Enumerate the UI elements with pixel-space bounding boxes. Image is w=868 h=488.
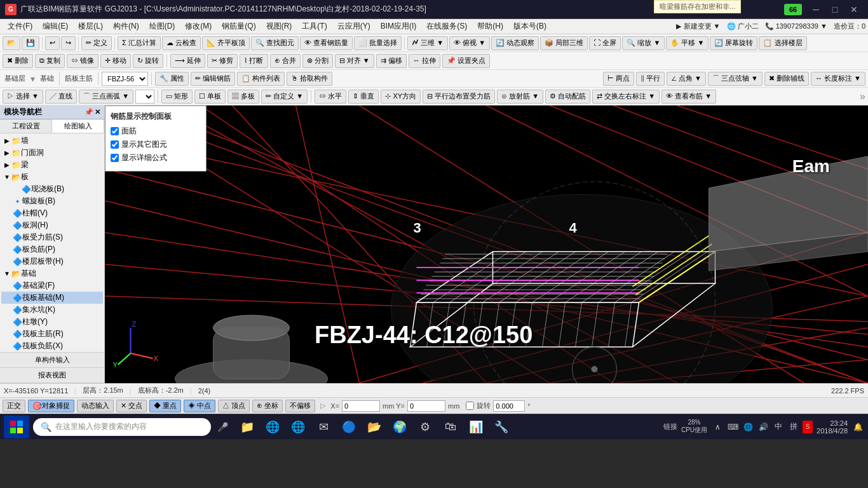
toolbar-trim-btn[interactable]: ✂ 修剪 — [207, 54, 238, 68]
tree-node-pedestal[interactable]: 🔷 柱墩(Y) — [1, 316, 103, 328]
toolbar-properties-btn[interactable]: 🔧 属性 — [155, 72, 189, 86]
toolbar-offset-btn[interactable]: ⇉ 偏移 — [376, 54, 407, 68]
toolbar-arc-btn[interactable]: ⌒ 三点画弧 ▼ — [79, 90, 133, 104]
toolbar-pick-component-btn[interactable]: 🖱 拾取构件 — [287, 72, 332, 86]
single-component-input-btn[interactable]: 单构件输入 — [0, 353, 104, 368]
cloud-assistant[interactable]: 🌐 广小二 — [727, 22, 759, 31]
viewport[interactable]: 3 4 A1 Z X Y 钢筋显示控制面板 面筋 — [105, 105, 868, 383]
tab-project-settings[interactable]: 工程设置 — [0, 119, 52, 133]
taskbar-icon-app2[interactable]: 🔧 — [491, 417, 512, 437]
toolbar-two-point-btn[interactable]: ⊢ 两点 — [603, 72, 634, 86]
toolbar-mirror-btn[interactable]: ⇔ 镜像 — [67, 54, 98, 68]
rotate-input[interactable] — [493, 400, 525, 412]
menu-bim[interactable]: BIM应用(I) — [376, 20, 422, 33]
menu-help[interactable]: 帮助(H) — [472, 20, 508, 33]
expand-slab[interactable]: ▼ — [3, 173, 11, 182]
tree-node-raft-neg[interactable]: 🔷 筏板负筋(X) — [1, 340, 103, 352]
maximize-button[interactable]: □ — [826, 3, 844, 17]
tree-node-raft[interactable]: 🔷 筏板基础(M) — [1, 292, 103, 304]
toolbar-check-layout-btn[interactable]: 👁 查看布筋 ▼ — [661, 90, 716, 104]
toolbar-redo-btn[interactable]: ↪ — [61, 36, 76, 50]
tree-node-pit[interactable]: 🔷 集水坑(K) — [1, 304, 103, 316]
tray-pinyin-icon[interactable]: 拼 — [787, 421, 800, 433]
toolbar-exchange-lr-btn[interactable]: ⇄ 交换左右标注 ▼ — [592, 90, 660, 104]
fp-check-other[interactable] — [111, 140, 119, 149]
taskbar-icon-explorer[interactable]: 📁 — [237, 417, 257, 437]
tray-notification-icon[interactable]: 🔔 — [851, 421, 864, 433]
tab-draw-input[interactable]: 绘图输入 — [52, 119, 104, 133]
toolbar-break-btn[interactable]: ⌇ 打断 — [240, 54, 268, 68]
taskbar-icon-settings[interactable]: ⚙ — [415, 417, 435, 437]
menu-edit[interactable]: 编辑(E) — [37, 20, 73, 33]
toolbar-three-arc-btn[interactable]: ⌒ 三点弦轴 ▼ — [708, 72, 763, 86]
toolbar-parallel-rebar-btn[interactable]: ⊟ 平行边布置受力筋 — [423, 90, 495, 104]
toolbar-copy-btn[interactable]: ⧉ 复制 — [35, 54, 65, 68]
y-input[interactable] — [407, 400, 445, 412]
toolbar-save-btn[interactable]: 💾 — [22, 36, 39, 50]
tree-node-raft-rebar[interactable]: 🔷 筏板主筋(R) — [1, 328, 103, 340]
toolbar-fullscreen-btn[interactable]: ⛶ 全屏 — [589, 36, 621, 50]
toolbar-select-floor-btn[interactable]: 📋 选择楼层 — [759, 36, 806, 50]
tree-node-slab[interactable]: ▼ 📂 板 — [1, 171, 103, 183]
start-button[interactable] — [4, 416, 29, 438]
toolbar-define-btn[interactable]: ✏ 定义 — [81, 36, 112, 50]
tree-node-spiral-slab[interactable]: 🔹 螺旋板(B) — [1, 195, 103, 207]
toolbar-line-btn[interactable]: ╱ 直线 — [45, 90, 77, 104]
tray-volume-icon[interactable]: 🔊 — [757, 421, 770, 433]
toolbar-find-btn[interactable]: 🔍 查找图元 — [251, 36, 299, 50]
snap-dynamic-btn[interactable]: 动态输入 — [77, 400, 114, 412]
panel-pin-btn[interactable]: 📌 — [85, 108, 93, 116]
rebar-code-select[interactable]: FBZJ-56 — [102, 72, 148, 86]
tree-node-wall[interactable]: ▶ 📁 墙 — [1, 135, 103, 147]
toolbar-3d-btn[interactable]: 🗲 三维 ▼ — [407, 36, 448, 50]
taskbar-icon-chrome[interactable]: 🔵 — [339, 417, 359, 437]
expand-wall[interactable]: ▶ — [3, 137, 11, 146]
taskbar-mic-icon[interactable]: 🎤 — [217, 422, 228, 432]
tree-node-door[interactable]: ▶ 📁 门面洞 — [1, 147, 103, 159]
snap-orthogonal-btn[interactable]: 正交 — [3, 400, 25, 412]
menu-file[interactable]: 文件(F) — [3, 20, 37, 33]
snap-center-btn[interactable]: ◈ 中点 — [184, 400, 215, 412]
phone-number[interactable]: 📞 13907298339 ▼ — [765, 22, 827, 30]
fp-checkbox-detail[interactable]: 显示详细公式 — [111, 152, 201, 163]
tree-node-cast-slab[interactable]: 🔷 现浇板(B) — [1, 183, 103, 195]
toolbar-check-rebar-btn[interactable]: 👁 查看钢筋量 — [300, 36, 353, 50]
taskbar-icon-store[interactable]: 🛍 — [440, 417, 461, 437]
toolbar-flatten-btn[interactable]: 📐 齐平板顶 — [202, 36, 250, 50]
toolbar-batch-select-btn[interactable]: ⬜ 批量选择 — [354, 36, 402, 50]
x-input[interactable] — [342, 400, 380, 412]
taskbar-icon-browser[interactable]: 🌍 — [390, 417, 410, 437]
expand-door[interactable]: ▶ — [3, 149, 11, 158]
taskbar-icon-mail[interactable]: ✉ — [313, 417, 334, 437]
clock[interactable]: 23:24 2018/4/28 — [817, 419, 848, 435]
menu-version[interactable]: 版本号(B) — [508, 20, 552, 33]
toolbar-rotate2-btn[interactable]: ↻ 旋转 — [133, 54, 163, 68]
menu-online[interactable]: 在线服务(S) — [421, 20, 472, 33]
toolbar-rotate-btn[interactable]: 🔄 屏幕旋转 — [710, 36, 757, 50]
tree-node-beam[interactable]: ▶ 📁 梁 — [1, 159, 103, 171]
menu-view[interactable]: 视图(R) — [261, 20, 297, 33]
tree-node-found-beam[interactable]: 🔷 基础梁(F) — [1, 280, 103, 292]
toolbar-xy-dir-btn[interactable]: ⊹ XY方向 — [381, 90, 421, 104]
fp-check-detail[interactable] — [111, 154, 119, 162]
tree-node-foundation[interactable]: ▼ 📂 基础 — [1, 268, 103, 280]
tray-keyboard-icon[interactable]: ⌨ — [726, 421, 739, 433]
price-bean[interactable]: 造价豆：0 — [834, 22, 865, 31]
close-button[interactable]: ✕ — [845, 3, 863, 17]
snap-midpoint-btn[interactable]: ◆ 重点 — [149, 400, 181, 412]
toolbar-del-aux-btn[interactable]: ✖ 删除辅线 — [764, 72, 809, 86]
toolbar-parallel-btn[interactable]: ∥ 平行 — [636, 72, 665, 86]
panel-close-btn[interactable]: ✕ — [95, 108, 100, 116]
menu-component[interactable]: 构件(N) — [108, 20, 144, 33]
toolbar-auto-config-btn[interactable]: ⚙ 自动配筋 — [545, 90, 590, 104]
draw-shape-select[interactable] — [135, 90, 154, 104]
toolbar-zoom-out-btn[interactable]: 🔍 缩放 ▼ — [622, 36, 665, 50]
taskbar-icon-folder2[interactable]: 📂 — [364, 417, 384, 437]
toolbar-cloud-check-btn[interactable]: ☁ 云检查 — [162, 36, 201, 50]
menu-rebar-qty[interactable]: 钢筋量(Q) — [217, 20, 261, 33]
new-change-btn[interactable]: ▶新建变更 ▼ — [676, 22, 721, 31]
toolbar-edit-rebar-btn[interactable]: ✏ 编辑钢筋 — [191, 72, 235, 86]
tray-arrow-btn[interactable]: ∧ — [711, 421, 724, 433]
toolbar-radial-btn[interactable]: ⊙ 放射筋 ▼ — [497, 90, 543, 104]
toolbar-local-3d-btn[interactable]: 📦 局部三维 — [540, 36, 588, 50]
